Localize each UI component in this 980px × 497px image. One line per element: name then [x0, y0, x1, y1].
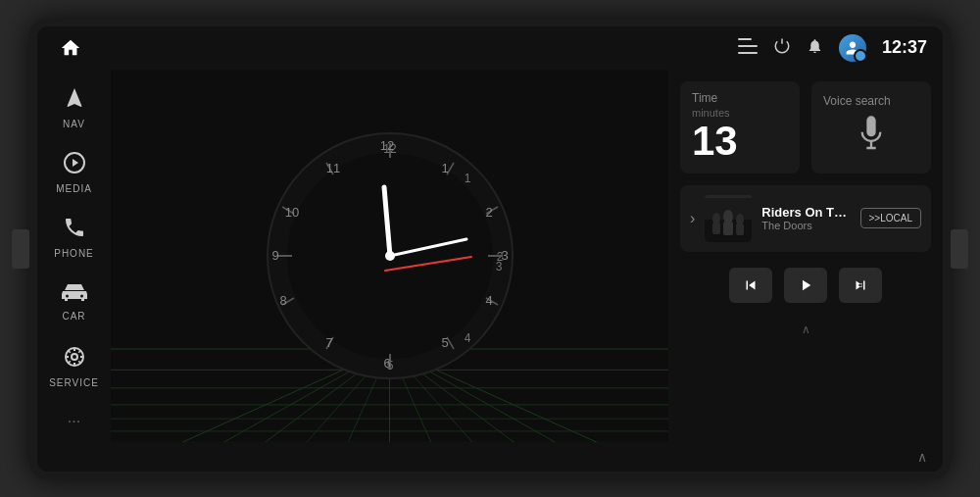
svg-line-14 — [78, 350, 80, 352]
sidebar-item-media[interactable]: MEDIA — [42, 142, 106, 203]
svg-text:1: 1 — [441, 161, 448, 175]
svg-point-6 — [72, 354, 77, 360]
sidebar-item-car-label: CAR — [62, 311, 85, 322]
info-row: Time minutes 13 Voice search — [680, 81, 931, 174]
time-widget-value: 13 — [692, 119, 788, 164]
svg-text:5: 5 — [441, 335, 448, 350]
menu-icon[interactable] — [738, 38, 758, 58]
expand-button[interactable]: › — [690, 210, 695, 227]
bottom-chevron-right: ∧ — [680, 319, 931, 340]
sidebar-item-nav-label: NAV — [63, 119, 85, 129]
mount-left — [12, 229, 29, 269]
svg-rect-2 — [738, 52, 758, 54]
svg-line-12 — [78, 361, 80, 363]
album-art-inner — [705, 195, 752, 242]
top-bar-icons — [738, 34, 866, 62]
car-infotainment-device: 12:37 NAV — [29, 19, 951, 479]
svg-point-73 — [385, 251, 395, 261]
svg-text:1: 1 — [464, 172, 470, 185]
more-dots: ... — [68, 409, 80, 425]
track-info: Riders On The Storm The Doors — [761, 205, 850, 231]
svg-text:8: 8 — [279, 293, 286, 308]
svg-rect-86 — [863, 280, 865, 289]
svg-rect-80 — [712, 223, 720, 234]
svg-marker-4 — [73, 159, 78, 167]
svg-line-13 — [68, 361, 70, 363]
time-widget: Time minutes 13 — [680, 81, 800, 174]
voice-search-widget[interactable]: Voice search — [811, 81, 931, 174]
screen: 12:37 NAV — [37, 26, 943, 472]
sidebar-item-service-label: SERVICE — [49, 377, 99, 388]
top-bar: 12:37 — [37, 26, 943, 70]
album-art — [705, 195, 752, 242]
svg-text:10: 10 — [284, 205, 298, 220]
mount-right — [951, 229, 968, 269]
main-content: NAV MEDIA — [37, 70, 943, 442]
track-title: Riders On The Storm — [761, 205, 850, 220]
local-button[interactable]: >>LOCAL — [860, 208, 921, 228]
right-panel: Time minutes 13 Voice search — [668, 70, 943, 442]
sidebar-item-car[interactable]: CAR — [42, 272, 106, 332]
svg-text:4: 4 — [485, 293, 492, 308]
svg-point-81 — [723, 210, 733, 224]
nav-icon — [63, 86, 86, 116]
svg-rect-85 — [705, 195, 752, 198]
svg-rect-74 — [866, 116, 875, 136]
sidebar: NAV MEDIA — [37, 70, 111, 442]
chevron-up-icon[interactable]: ∧ — [802, 323, 810, 336]
svg-rect-1 — [738, 45, 758, 47]
now-playing: › — [680, 185, 931, 252]
svg-text:7: 7 — [325, 335, 332, 350]
microphone-icon[interactable] — [858, 116, 885, 161]
svg-text:11: 11 — [325, 161, 339, 175]
clock-display: 12:37 — [882, 37, 927, 58]
chevron-up-button[interactable]: ∧ — [917, 449, 927, 465]
analog-clock: 12 1 2 3 4 5 — [263, 128, 517, 383]
sidebar-item-nav[interactable]: NAV — [42, 77, 106, 138]
clock-area: 12 1 2 3 4 5 — [111, 70, 668, 442]
service-icon — [63, 345, 86, 374]
svg-text:2: 2 — [485, 205, 492, 220]
car-icon — [61, 282, 88, 308]
time-widget-subtitle: minutes — [692, 107, 788, 119]
next-button[interactable] — [839, 268, 882, 303]
svg-text:6: 6 — [383, 356, 390, 371]
media-icon — [63, 151, 86, 180]
prev-button[interactable] — [729, 268, 772, 303]
svg-rect-0 — [738, 38, 752, 40]
voice-search-title: Voice search — [823, 94, 891, 108]
track-artist: The Doors — [761, 220, 850, 231]
time-widget-title: Time — [692, 91, 788, 105]
sidebar-item-service[interactable]: SERVICE — [42, 336, 106, 397]
svg-text:12: 12 — [379, 138, 393, 153]
more-button[interactable]: ... — [60, 401, 88, 434]
power-icon[interactable] — [773, 37, 791, 59]
bottom-bar: ∧ — [37, 442, 943, 472]
sidebar-item-media-label: MEDIA — [56, 183, 92, 194]
sidebar-item-phone-label: PHONE — [54, 248, 94, 259]
phone-icon — [63, 216, 86, 245]
svg-rect-82 — [723, 222, 733, 235]
svg-text:3: 3 — [501, 248, 508, 263]
player-controls — [680, 264, 931, 307]
home-button[interactable] — [53, 30, 88, 66]
play-button[interactable] — [784, 268, 827, 303]
sidebar-item-phone[interactable]: PHONE — [42, 207, 106, 268]
user-avatar[interactable] — [839, 34, 866, 62]
svg-text:4: 4 — [464, 331, 470, 345]
bell-icon[interactable] — [807, 37, 823, 59]
svg-rect-84 — [736, 224, 744, 235]
svg-line-11 — [68, 350, 70, 352]
svg-text:9: 9 — [271, 248, 278, 263]
